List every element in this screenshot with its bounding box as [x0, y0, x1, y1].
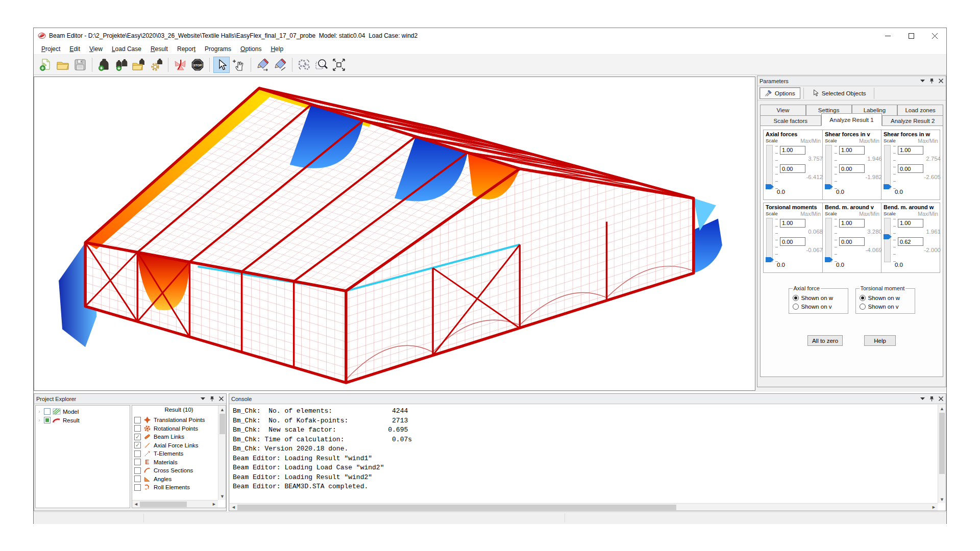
list-item-materials[interactable]: E Materials — [134, 458, 216, 467]
open-project-button[interactable] — [55, 57, 71, 73]
scale-slider[interactable] — [825, 145, 832, 189]
run-calculation-button[interactable] — [172, 57, 188, 73]
checkbox — [134, 450, 141, 457]
result-visibility-list: Result (10) Translational Points Rotatio… — [132, 405, 226, 508]
close-panel-icon[interactable] — [938, 78, 944, 84]
list-item-axial-force-links[interactable]: ✓ Axial Force Links — [134, 441, 216, 450]
console-output[interactable]: Bm_Chk: No. of elements: 4244 Bm_Chk: No… — [230, 405, 945, 511]
close-button[interactable] — [923, 28, 946, 43]
maximize-button[interactable] — [899, 28, 923, 43]
console-vscrollbar[interactable]: ▲ ▼ — [938, 405, 945, 503]
model-checkbox[interactable] — [44, 408, 51, 415]
list-item-rotational-points[interactable]: Rotational Points — [134, 424, 216, 433]
menu-view[interactable]: View — [85, 44, 107, 54]
list-item-cross-sections[interactable]: Cross Sections — [134, 466, 216, 475]
checkbox — [134, 475, 141, 482]
list-item-translational-points[interactable]: Translational Points — [134, 416, 216, 424]
model-icon — [53, 408, 61, 415]
tab-analyze-result-1[interactable]: Analyze Result 1 — [821, 113, 883, 126]
scale-slider[interactable] — [884, 218, 891, 262]
pan-tool-button[interactable] — [231, 57, 247, 73]
tab-scale-factors[interactable]: Scale factors — [760, 115, 821, 126]
load-case-settings-button[interactable] — [148, 57, 164, 73]
model-viewport[interactable] — [34, 77, 755, 391]
help-button[interactable]: Help — [864, 335, 896, 346]
duplicate-load-case-button[interactable] — [113, 57, 130, 73]
menu-result[interactable]: Result — [146, 44, 173, 54]
expand-chevron-icon[interactable]: › — [37, 409, 42, 414]
menu-help[interactable]: Help — [266, 44, 288, 54]
all-to-zero-button[interactable]: All to zero — [807, 335, 843, 346]
list-item-angles[interactable]: Angles — [134, 475, 216, 484]
draw-link-tool-button[interactable] — [272, 57, 288, 73]
new-project-button[interactable] — [37, 57, 54, 73]
scale-max-input[interactable] — [898, 219, 923, 228]
menu-project[interactable]: Project — [37, 44, 65, 54]
selected-objects-mode-button[interactable]: Selected Objects — [807, 87, 871, 99]
menu-report[interactable]: Report — [173, 44, 200, 54]
checkbox — [134, 467, 141, 474]
scale-max-input[interactable] — [780, 219, 805, 228]
project-explorer-header: Project Explorer — [34, 394, 226, 404]
new-load-case-button[interactable] — [96, 57, 112, 73]
tab-view[interactable]: View — [760, 105, 806, 115]
scale-max-input[interactable] — [839, 146, 865, 155]
list-item-beam-links[interactable]: ✓ Beam Links — [134, 433, 216, 441]
torsional-shown-on-v-radio[interactable]: Shown on v — [860, 304, 911, 310]
panel-menu-icon[interactable] — [200, 396, 206, 402]
shear-v-group: Shear forces in v ScaleMax/Min 1.946 -1.… — [822, 130, 881, 199]
result-list-hscrollbar[interactable]: ◄ ► — [132, 500, 218, 508]
minimize-button[interactable] — [876, 28, 899, 43]
tab-analyze-result-2[interactable]: Analyze Result 2 — [882, 115, 943, 126]
draw-beam-tool-button[interactable] — [255, 57, 271, 73]
panel-menu-icon[interactable] — [920, 78, 925, 84]
tree-item-result[interactable]: › Result — [37, 416, 129, 424]
zoom-window-tool-button[interactable] — [313, 57, 330, 73]
scale-offset-input[interactable] — [839, 237, 865, 246]
stop-calculation-button[interactable]: STOP — [189, 57, 206, 73]
scale-max-input[interactable] — [780, 146, 805, 155]
close-panel-icon[interactable] — [938, 396, 944, 402]
scale-slider[interactable] — [825, 218, 832, 262]
torsional-shown-on-w-radio[interactable]: Shown on w — [860, 295, 911, 301]
list-item-roll-elements[interactable]: Roll Elements — [134, 483, 216, 492]
console-line: Beam Editor: Loading Result "wind2" — [233, 473, 935, 483]
menu-programs[interactable]: Programs — [200, 44, 236, 54]
close-panel-icon[interactable] — [218, 396, 224, 402]
scale-max-input[interactable] — [839, 219, 865, 228]
result-list-vscrollbar[interactable]: ▲ ▼ — [218, 406, 226, 500]
pin-icon[interactable] — [929, 396, 935, 402]
expand-chevron-icon[interactable]: › — [37, 417, 42, 423]
tab-load-zones[interactable]: Load zones — [897, 105, 943, 115]
scale-slider[interactable] — [766, 145, 773, 189]
console-panel: Console Bm_Chk: No. of elements: 4244 Bm… — [229, 393, 946, 511]
axial-shown-on-w-radio[interactable]: Shown on w — [793, 295, 844, 301]
scale-slider[interactable] — [766, 218, 773, 262]
axial-shown-on-v-radio[interactable]: Shown on v — [793, 304, 844, 310]
menu-load-case[interactable]: Load Case — [107, 44, 146, 54]
scale-offset-input[interactable] — [839, 164, 865, 173]
scale-offset-input[interactable] — [780, 164, 805, 173]
result-checkbox[interactable] — [44, 417, 51, 423]
open-load-case-button[interactable] — [131, 57, 147, 73]
scale-offset-input[interactable] — [898, 164, 923, 173]
scale-slider[interactable] — [884, 145, 891, 189]
select-tool-button[interactable] — [213, 57, 230, 73]
save-project-button[interactable] — [72, 57, 88, 73]
options-mode-button[interactable]: Options — [760, 87, 800, 99]
panel-menu-icon[interactable] — [920, 396, 925, 402]
status-bar — [34, 512, 946, 524]
scale-offset-input[interactable] — [898, 237, 923, 246]
list-item-t-elements[interactable]: T-Elements — [134, 449, 216, 458]
scale-offset-input[interactable] — [780, 237, 805, 246]
tree-item-model[interactable]: › Model — [37, 407, 129, 416]
rotate-view-tool-button[interactable] — [296, 57, 312, 73]
checkbox: ✓ — [134, 442, 141, 448]
menu-edit[interactable]: Edit — [65, 44, 85, 54]
console-hscrollbar[interactable]: ◄ ► — [230, 503, 938, 511]
fit-view-tool-button[interactable] — [331, 57, 347, 73]
pin-icon[interactable] — [929, 78, 935, 84]
menu-options[interactable]: Options — [236, 44, 266, 54]
scale-max-input[interactable] — [898, 146, 923, 155]
pin-icon[interactable] — [209, 396, 215, 402]
